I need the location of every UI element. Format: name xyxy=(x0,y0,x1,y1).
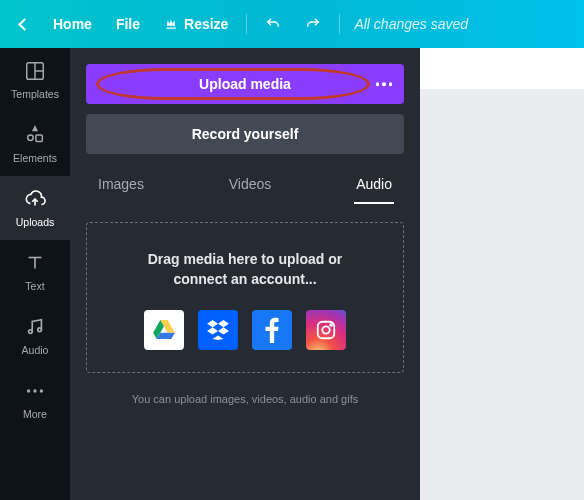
templates-icon xyxy=(24,60,46,82)
instagram-button[interactable] xyxy=(306,310,346,350)
rail-label: Text xyxy=(25,280,44,292)
upload-dropzone[interactable]: Drag media here to upload or connect an … xyxy=(86,222,404,373)
toolbar-separator xyxy=(339,14,340,34)
topbar: Home File Resize All changes saved xyxy=(0,0,584,48)
undo-icon xyxy=(265,16,281,32)
redo-button[interactable] xyxy=(295,10,331,38)
rail-templates[interactable]: Templates xyxy=(0,48,70,112)
dropbox-button[interactable] xyxy=(198,310,238,350)
audio-icon xyxy=(24,316,46,338)
rail-label: Audio xyxy=(22,344,49,356)
crown-icon xyxy=(164,17,178,31)
connect-services xyxy=(101,310,389,350)
google-drive-icon xyxy=(153,320,175,340)
save-status: All changes saved xyxy=(348,16,468,32)
rail-label: Elements xyxy=(13,152,57,164)
uploads-panel: Upload media Record yourself Images Vide… xyxy=(70,48,420,500)
svg-point-5 xyxy=(29,330,33,334)
rail-label: More xyxy=(23,408,47,420)
media-tabs: Images Videos Audio xyxy=(86,168,404,204)
file-label: File xyxy=(116,16,140,32)
rail-elements[interactable]: Elements xyxy=(0,112,70,176)
chevron-left-icon xyxy=(18,18,31,31)
side-rail: Templates Elements Uploads Text Audio xyxy=(0,48,70,500)
rail-text[interactable]: Text xyxy=(0,240,70,304)
svg-point-11 xyxy=(322,326,329,333)
dropzone-text: Drag media here to upload or connect an … xyxy=(101,249,389,290)
google-drive-button[interactable] xyxy=(144,310,184,350)
resize-label: Resize xyxy=(184,16,228,32)
elements-icon xyxy=(24,124,46,146)
upload-options-button[interactable] xyxy=(376,82,393,86)
tab-label: Audio xyxy=(356,176,392,192)
tab-videos[interactable]: Videos xyxy=(227,170,274,204)
tab-audio[interactable]: Audio xyxy=(354,170,394,204)
rail-uploads[interactable]: Uploads xyxy=(0,176,70,240)
resize-button[interactable]: Resize xyxy=(154,10,238,38)
svg-point-12 xyxy=(330,324,332,326)
rail-label: Uploads xyxy=(16,216,55,228)
svg-point-3 xyxy=(28,135,34,141)
upload-media-label: Upload media xyxy=(199,76,291,92)
uploads-icon xyxy=(24,188,46,210)
dropzone-line2: connect an account... xyxy=(101,269,389,289)
dropbox-icon xyxy=(207,320,229,340)
canvas-area[interactable] xyxy=(420,48,584,500)
facebook-button[interactable] xyxy=(252,310,292,350)
svg-point-7 xyxy=(27,389,30,392)
rail-audio[interactable]: Audio xyxy=(0,304,70,368)
upload-media-button[interactable]: Upload media xyxy=(86,64,404,104)
canvas-toolbar xyxy=(420,48,584,89)
tab-label: Images xyxy=(98,176,144,192)
file-menu[interactable]: File xyxy=(106,10,150,38)
record-yourself-label: Record yourself xyxy=(192,126,299,142)
svg-rect-4 xyxy=(36,135,42,141)
upload-hint: You can upload images, videos, audio and… xyxy=(86,393,404,405)
svg-point-9 xyxy=(40,389,43,392)
facebook-icon xyxy=(265,317,279,343)
home-label: Home xyxy=(53,16,92,32)
record-yourself-button[interactable]: Record yourself xyxy=(86,114,404,154)
svg-point-6 xyxy=(38,328,42,332)
home-button[interactable]: Home xyxy=(43,10,102,38)
text-icon xyxy=(24,252,46,274)
svg-point-8 xyxy=(33,389,36,392)
tab-label: Videos xyxy=(229,176,272,192)
rail-label: Templates xyxy=(11,88,59,100)
dropzone-line1: Drag media here to upload or xyxy=(101,249,389,269)
tab-images[interactable]: Images xyxy=(96,170,146,204)
undo-button[interactable] xyxy=(255,10,291,38)
rail-more[interactable]: More xyxy=(0,368,70,432)
toolbar-separator xyxy=(246,14,247,34)
more-icon xyxy=(24,380,46,402)
back-button[interactable] xyxy=(10,14,39,35)
redo-icon xyxy=(305,16,321,32)
instagram-icon xyxy=(315,319,337,341)
